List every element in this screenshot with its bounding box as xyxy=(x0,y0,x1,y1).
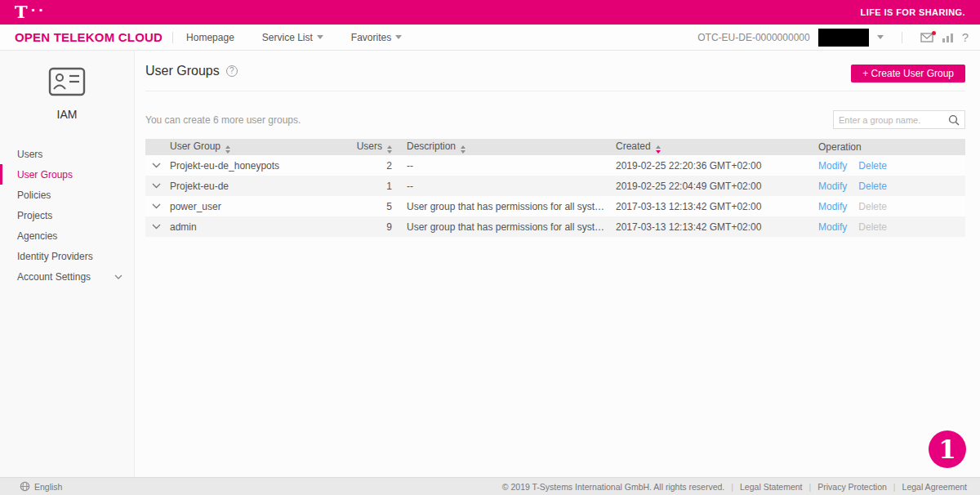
copyright-text: © 2019 T-Systems International GmbH. All… xyxy=(502,482,725,492)
group-search-box xyxy=(833,110,965,129)
body-wrap: IAM Users User Groups Policies Projects … xyxy=(0,51,980,477)
chevron-down-icon xyxy=(395,35,402,39)
group-created: 2017-03-13 12:13:42 GMT+02:00 xyxy=(612,221,815,233)
nav-homepage[interactable]: Homepage xyxy=(186,32,234,43)
sort-icon[interactable] xyxy=(387,145,392,154)
footer-divider: | xyxy=(893,482,896,492)
row-operations: ModifyDelete xyxy=(815,160,965,172)
nav-homepage-label: Homepage xyxy=(186,32,234,43)
footer-legal: © 2019 T-Systems International GmbH. All… xyxy=(502,482,967,492)
sidebar-item-projects[interactable]: Projects xyxy=(0,205,134,225)
sidebar-item-label: User Groups xyxy=(17,169,73,181)
sort-icon[interactable] xyxy=(225,145,230,154)
chevron-down-icon xyxy=(152,163,161,168)
group-description: User group that has permissions for all … xyxy=(403,221,612,233)
table-header-row: User Group Users Description Created Ope… xyxy=(145,139,965,155)
delete-link-disabled: Delete xyxy=(858,221,887,233)
page-title: User Groups xyxy=(145,64,220,78)
globe-icon xyxy=(20,481,30,492)
row-expander[interactable] xyxy=(145,224,167,230)
nav-service-list-label: Service List xyxy=(262,32,313,43)
group-search-input[interactable] xyxy=(839,115,948,125)
header-divider xyxy=(172,32,173,43)
row-expander[interactable] xyxy=(145,203,167,209)
t-logo-letter: T xyxy=(15,3,28,21)
topbar-slogan: LIFE IS FOR SHARING. xyxy=(861,7,965,17)
table-row: admin 9 User group that has permissions … xyxy=(145,216,965,237)
col-label: User Group xyxy=(170,140,220,152)
modify-link[interactable]: Modify xyxy=(818,221,847,233)
usage-report-icon[interactable] xyxy=(942,32,954,42)
privacy-protection-link[interactable]: Privacy Protection xyxy=(817,482,887,492)
app-header: OPEN TELEKOM CLOUD Homepage Service List… xyxy=(0,25,980,51)
row-operations: ModifyDelete xyxy=(815,221,965,233)
header-nav: Homepage Service List Favorites xyxy=(186,32,402,43)
delete-link[interactable]: Delete xyxy=(858,181,887,192)
group-name: admin xyxy=(167,221,351,233)
nav-favorites[interactable]: Favorites xyxy=(351,32,402,43)
sidebar: IAM Users User Groups Policies Projects … xyxy=(0,51,135,477)
legal-agreement-link[interactable]: Legal Agreement xyxy=(902,482,967,492)
messages-icon[interactable] xyxy=(920,33,933,42)
tool-row: You can create 6 more user groups. xyxy=(145,110,965,129)
otc-logo[interactable]: OPEN TELEKOM CLOUD xyxy=(15,30,163,44)
modify-link[interactable]: Modify xyxy=(818,160,847,172)
chevron-down-icon xyxy=(877,35,884,39)
delete-link[interactable]: Delete xyxy=(858,160,887,172)
group-name: Projekt-eu-de xyxy=(167,181,351,192)
footer: English © 2019 T-Systems International G… xyxy=(0,477,980,495)
modify-link[interactable]: Modify xyxy=(818,201,847,212)
iam-id-card-icon xyxy=(48,67,86,96)
sidebar-service-header: IAM xyxy=(0,67,134,121)
sort-icon-active-desc[interactable] xyxy=(656,145,661,154)
group-users: 2 xyxy=(351,160,403,172)
help-circle-icon[interactable]: ? xyxy=(226,65,238,77)
nav-service-list[interactable]: Service List xyxy=(262,32,323,43)
col-label: Users xyxy=(357,140,382,152)
row-expander[interactable] xyxy=(145,163,167,168)
chevron-down-icon xyxy=(152,224,161,230)
telekom-t-logo[interactable]: T ·· xyxy=(15,3,47,21)
col-operation: Operation xyxy=(815,141,965,153)
sidebar-item-account-settings[interactable]: Account Settings xyxy=(0,266,134,287)
service-title: IAM xyxy=(0,108,134,121)
search-icon[interactable] xyxy=(948,114,960,126)
modify-link[interactable]: Modify xyxy=(818,181,847,192)
sidebar-item-label: Projects xyxy=(17,210,52,221)
row-expander[interactable] xyxy=(145,183,167,189)
telekom-topbar: T ·· LIFE IS FOR SHARING. xyxy=(0,0,980,25)
group-name: power_user xyxy=(167,201,351,212)
group-created: 2019-02-25 22:04:49 GMT+02:00 xyxy=(612,181,815,192)
table-row: Projekt-eu-de_honeypots 2 -- 2019-02-25 … xyxy=(145,155,965,176)
help-icon[interactable]: ? xyxy=(962,30,969,44)
col-created[interactable]: Created xyxy=(612,140,815,154)
sort-icon[interactable] xyxy=(461,145,466,154)
group-created: 2017-03-13 12:13:42 GMT+02:00 xyxy=(612,201,815,212)
group-users: 1 xyxy=(351,181,403,192)
sidebar-item-label: Identity Providers xyxy=(17,251,93,262)
col-user-group[interactable]: User Group xyxy=(167,140,351,154)
legal-statement-link[interactable]: Legal Statement xyxy=(740,482,802,492)
group-users: 9 xyxy=(351,221,403,233)
account-dropdown[interactable] xyxy=(877,35,884,39)
col-users[interactable]: Users xyxy=(351,140,403,154)
sidebar-item-agencies[interactable]: Agencies xyxy=(0,225,134,246)
col-description[interactable]: Description xyxy=(403,140,612,154)
create-user-group-button[interactable]: + Create User Group xyxy=(851,65,965,82)
group-created: 2019-02-25 22:20:36 GMT+02:00 xyxy=(612,160,815,172)
notification-dot xyxy=(932,31,936,35)
sidebar-item-users[interactable]: Users xyxy=(0,144,134,164)
delete-link-disabled: Delete xyxy=(858,201,887,212)
footer-divider: | xyxy=(809,482,812,492)
sidebar-item-policies[interactable]: Policies xyxy=(0,185,134,205)
language-selector[interactable]: English xyxy=(20,481,62,492)
sidebar-item-label: Users xyxy=(17,149,42,160)
group-name: Projekt-eu-de_honeypots xyxy=(167,160,351,172)
sidebar-item-identity-providers[interactable]: Identity Providers xyxy=(0,246,134,266)
chevron-down-icon xyxy=(317,35,323,39)
sidebar-item-user-groups[interactable]: User Groups xyxy=(0,164,134,185)
chevron-down-icon xyxy=(152,183,161,189)
col-label: Operation xyxy=(818,141,862,153)
user-groups-table: User Group Users Description Created Ope… xyxy=(145,139,965,237)
chevron-down-icon xyxy=(152,203,161,209)
